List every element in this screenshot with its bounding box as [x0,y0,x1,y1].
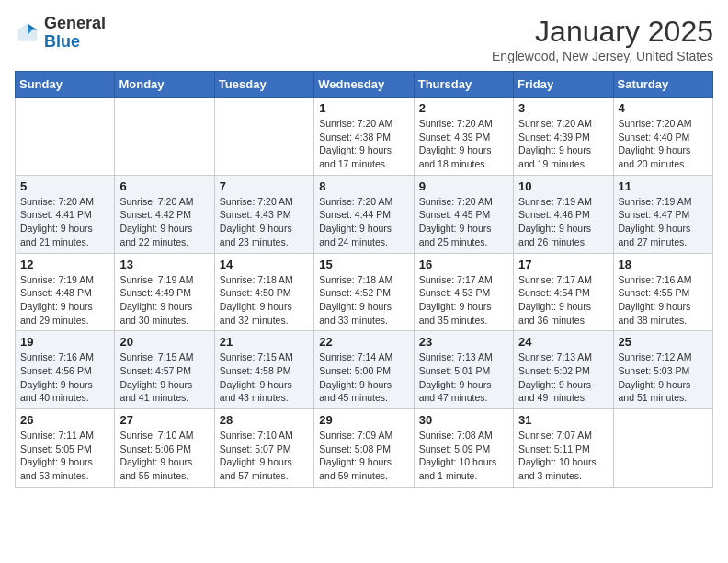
title-block: January 2025 Englewood, New Jersey, Unit… [492,15,713,63]
calendar-cell: 18Sunrise: 7:16 AM Sunset: 4:55 PM Dayli… [613,253,712,331]
day-info: Sunrise: 7:18 AM Sunset: 4:52 PM Dayligh… [319,273,408,327]
day-number: 25 [619,335,708,349]
day-info: Sunrise: 7:20 AM Sunset: 4:41 PM Dayligh… [20,195,109,249]
calendar-cell: 26Sunrise: 7:11 AM Sunset: 5:05 PM Dayli… [16,409,115,488]
calendar-cell: 22Sunrise: 7:14 AM Sunset: 5:00 PM Dayli… [314,331,414,409]
weekday-header-row: SundayMondayTuesdayWednesdayThursdayFrid… [16,72,713,98]
location-title: Englewood, New Jersey, United States [492,49,713,63]
calendar-cell: 2Sunrise: 7:20 AM Sunset: 4:39 PM Daylig… [414,98,513,176]
day-info: Sunrise: 7:20 AM Sunset: 4:42 PM Dayligh… [119,195,209,249]
calendar-cell: 12Sunrise: 7:19 AM Sunset: 4:48 PM Dayli… [16,253,115,331]
calendar-week-row: 5Sunrise: 7:20 AM Sunset: 4:41 PM Daylig… [16,175,713,253]
day-info: Sunrise: 7:20 AM Sunset: 4:45 PM Dayligh… [419,195,508,249]
calendar-cell: 20Sunrise: 7:15 AM Sunset: 4:57 PM Dayli… [115,331,214,409]
calendar-cell: 27Sunrise: 7:10 AM Sunset: 5:06 PM Dayli… [115,409,214,488]
day-number: 31 [518,413,608,427]
day-info: Sunrise: 7:20 AM Sunset: 4:39 PM Dayligh… [518,117,608,171]
calendar-week-row: 1Sunrise: 7:20 AM Sunset: 4:38 PM Daylig… [16,98,713,176]
day-number: 15 [319,258,408,271]
day-info: Sunrise: 7:16 AM Sunset: 4:55 PM Dayligh… [619,273,708,327]
calendar-cell: 14Sunrise: 7:18 AM Sunset: 4:50 PM Dayli… [214,253,313,331]
month-title: January 2025 [492,15,713,49]
calendar-cell: 30Sunrise: 7:08 AM Sunset: 5:09 PM Dayli… [414,409,513,488]
logo: General Blue [15,15,106,52]
calendar-cell: 24Sunrise: 7:13 AM Sunset: 5:02 PM Dayli… [514,331,613,409]
calendar-week-row: 12Sunrise: 7:19 AM Sunset: 4:48 PM Dayli… [16,253,713,331]
calendar-cell: 29Sunrise: 7:09 AM Sunset: 5:08 PM Dayli… [314,409,414,488]
weekday-header-cell: Friday [514,72,613,98]
calendar-cell: 21Sunrise: 7:15 AM Sunset: 4:58 PM Dayli… [214,331,313,409]
day-info: Sunrise: 7:07 AM Sunset: 5:11 PM Dayligh… [518,429,608,483]
calendar-body: 1Sunrise: 7:20 AM Sunset: 4:38 PM Daylig… [16,98,713,488]
calendar-cell [613,409,712,488]
day-info: Sunrise: 7:20 AM Sunset: 4:38 PM Dayligh… [319,117,408,171]
calendar-cell: 1Sunrise: 7:20 AM Sunset: 4:38 PM Daylig… [314,98,414,176]
calendar-cell: 9Sunrise: 7:20 AM Sunset: 4:45 PM Daylig… [414,175,513,253]
day-info: Sunrise: 7:08 AM Sunset: 5:09 PM Dayligh… [419,429,508,483]
weekday-header-cell: Sunday [16,72,115,98]
day-number: 28 [220,413,309,427]
day-info: Sunrise: 7:20 AM Sunset: 4:40 PM Dayligh… [619,117,708,171]
calendar-cell: 23Sunrise: 7:13 AM Sunset: 5:01 PM Dayli… [414,331,513,409]
day-info: Sunrise: 7:14 AM Sunset: 5:00 PM Dayligh… [319,350,408,405]
day-number: 4 [619,101,708,115]
weekday-header-cell: Saturday [613,72,712,98]
calendar-week-row: 26Sunrise: 7:11 AM Sunset: 5:05 PM Dayli… [16,409,713,488]
logo-icon [15,20,40,46]
day-number: 18 [619,258,708,271]
day-info: Sunrise: 7:20 AM Sunset: 4:44 PM Dayligh… [319,195,408,249]
calendar-cell: 5Sunrise: 7:20 AM Sunset: 4:41 PM Daylig… [16,175,115,253]
weekday-header-cell: Thursday [414,72,513,98]
day-number: 23 [419,335,508,349]
day-number: 27 [119,413,209,427]
weekday-header-cell: Monday [115,72,214,98]
calendar-cell: 17Sunrise: 7:17 AM Sunset: 4:54 PM Dayli… [514,253,613,331]
day-number: 30 [419,413,508,427]
calendar-cell: 13Sunrise: 7:19 AM Sunset: 4:49 PM Dayli… [115,253,214,331]
calendar-cell: 3Sunrise: 7:20 AM Sunset: 4:39 PM Daylig… [514,98,613,176]
calendar-cell: 15Sunrise: 7:18 AM Sunset: 4:52 PM Dayli… [314,253,414,331]
calendar-cell: 31Sunrise: 7:07 AM Sunset: 5:11 PM Dayli… [514,409,613,488]
day-number: 19 [20,335,109,349]
calendar-cell [115,98,214,176]
day-number: 5 [20,179,109,193]
day-info: Sunrise: 7:16 AM Sunset: 4:56 PM Dayligh… [20,350,109,405]
day-info: Sunrise: 7:13 AM Sunset: 5:02 PM Dayligh… [518,350,608,405]
calendar-cell: 16Sunrise: 7:17 AM Sunset: 4:53 PM Dayli… [414,253,513,331]
weekday-header-cell: Wednesday [314,72,414,98]
day-info: Sunrise: 7:10 AM Sunset: 5:07 PM Dayligh… [220,429,309,483]
calendar-cell: 4Sunrise: 7:20 AM Sunset: 4:40 PM Daylig… [613,98,712,176]
day-info: Sunrise: 7:20 AM Sunset: 4:39 PM Dayligh… [419,117,508,171]
day-number: 29 [319,413,408,427]
day-info: Sunrise: 7:12 AM Sunset: 5:03 PM Dayligh… [619,350,708,405]
day-info: Sunrise: 7:17 AM Sunset: 4:53 PM Dayligh… [419,273,508,327]
day-number: 9 [419,179,508,193]
day-info: Sunrise: 7:09 AM Sunset: 5:08 PM Dayligh… [319,429,408,483]
day-info: Sunrise: 7:15 AM Sunset: 4:57 PM Dayligh… [119,350,209,405]
day-number: 11 [619,179,708,193]
day-info: Sunrise: 7:17 AM Sunset: 4:54 PM Dayligh… [518,273,608,327]
day-number: 2 [419,101,508,115]
day-info: Sunrise: 7:18 AM Sunset: 4:50 PM Dayligh… [220,273,309,327]
calendar-cell [16,98,115,176]
calendar-cell: 19Sunrise: 7:16 AM Sunset: 4:56 PM Dayli… [16,331,115,409]
day-number: 16 [419,258,508,271]
day-number: 10 [518,179,608,193]
calendar-cell: 8Sunrise: 7:20 AM Sunset: 4:44 PM Daylig… [314,175,414,253]
day-info: Sunrise: 7:13 AM Sunset: 5:01 PM Dayligh… [419,350,508,405]
day-number: 13 [119,258,209,271]
day-number: 8 [319,179,408,193]
calendar-cell: 10Sunrise: 7:19 AM Sunset: 4:46 PM Dayli… [514,175,613,253]
day-info: Sunrise: 7:19 AM Sunset: 4:49 PM Dayligh… [119,273,209,327]
day-number: 17 [518,258,608,271]
day-info: Sunrise: 7:19 AM Sunset: 4:46 PM Dayligh… [518,195,608,249]
day-number: 6 [119,179,209,193]
day-number: 7 [220,179,309,193]
calendar-cell: 25Sunrise: 7:12 AM Sunset: 5:03 PM Dayli… [613,331,712,409]
day-number: 1 [319,101,408,115]
calendar-week-row: 19Sunrise: 7:16 AM Sunset: 4:56 PM Dayli… [16,331,713,409]
calendar: SundayMondayTuesdayWednesdayThursdayFrid… [15,71,713,488]
day-number: 14 [220,258,309,271]
day-number: 26 [20,413,109,427]
calendar-cell: 7Sunrise: 7:20 AM Sunset: 4:43 PM Daylig… [214,175,313,253]
